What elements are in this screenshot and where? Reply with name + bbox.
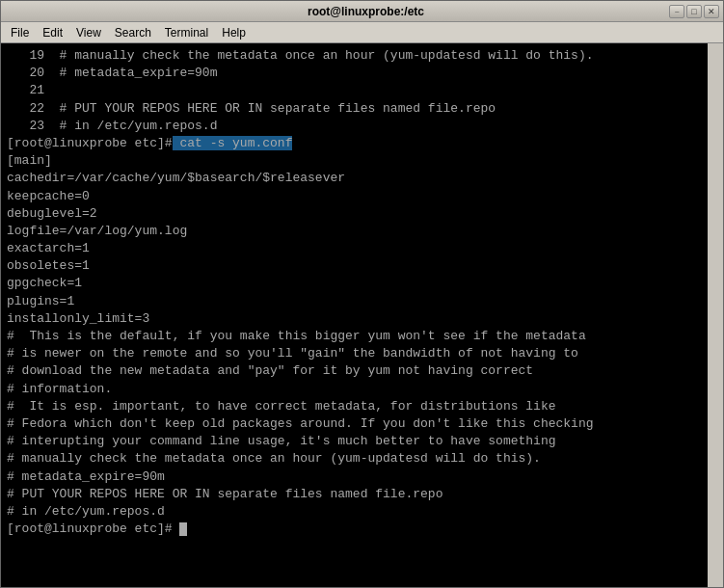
prompt-line-1: [root@linuxprobe etc]# cat -s yum.conf bbox=[7, 135, 702, 152]
config-debuglevel: debuglevel=2 bbox=[7, 205, 702, 223]
comment-information: # information. bbox=[7, 381, 702, 398]
terminal-output[interactable]: 19 # manually check the metadata once an… bbox=[1, 43, 708, 587]
menu-view[interactable]: View bbox=[70, 24, 107, 41]
config-exactarch: exactarch=1 bbox=[7, 240, 702, 257]
config-gpgcheck: gpgcheck=1 bbox=[7, 275, 702, 292]
titlebar: root@linuxprobe:/etc − □ ✕ bbox=[1, 1, 723, 22]
config-keepcache: keepcache=0 bbox=[7, 188, 702, 205]
close-button[interactable]: ✕ bbox=[704, 5, 719, 18]
comment-download: # download the new metadata and "pay" fo… bbox=[7, 362, 702, 380]
terminal-area: 19 # manually check the metadata once an… bbox=[1, 43, 723, 587]
config-installonly: installonly_limit=3 bbox=[7, 310, 702, 328]
comment-newer: # is newer on the remote and so you'll "… bbox=[7, 345, 702, 362]
comment-fedora: # Fedora which don't keep old packages a… bbox=[7, 415, 702, 433]
prompt-line-2: [root@linuxprobe etc]# bbox=[7, 521, 702, 538]
line-20: 20 # metadata_expire=90m bbox=[7, 65, 702, 82]
terminal-window: root@linuxprobe:/etc − □ ✕ File Edit Vie… bbox=[0, 0, 724, 588]
window-title: root@linuxprobe:/etc bbox=[63, 5, 669, 18]
comment-repos: # PUT YOUR REPOS HERE OR IN separate fil… bbox=[7, 486, 702, 503]
menu-file[interactable]: File bbox=[5, 24, 35, 41]
comment-interupting: # interupting your command line usage, i… bbox=[7, 433, 702, 450]
config-cachedir: cachedir=/var/cache/yum/$basearch/$relea… bbox=[7, 170, 702, 187]
menu-edit[interactable]: Edit bbox=[37, 24, 68, 41]
menu-terminal[interactable]: Terminal bbox=[159, 24, 214, 41]
comment-in-path: # in /etc/yum.repos.d bbox=[7, 503, 702, 521]
minimize-button[interactable]: − bbox=[669, 5, 684, 18]
line-19: 19 # manually check the metadata once an… bbox=[7, 47, 702, 65]
config-plugins: plugins=1 bbox=[7, 293, 702, 310]
scrollbar[interactable] bbox=[708, 43, 723, 587]
line-22: 22 # PUT YOUR REPOS HERE OR IN separate … bbox=[7, 100, 702, 118]
config-obsoletes: obsoletes=1 bbox=[7, 257, 702, 275]
menu-bar: File Edit View Search Terminal Help bbox=[1, 22, 723, 43]
config-logfile: logfile=/var/log/yum.log bbox=[7, 223, 702, 240]
line-23: 23 # in /etc/yum.repos.d bbox=[7, 118, 702, 135]
comment-important: # It is esp. important, to have correct … bbox=[7, 398, 702, 415]
window-controls: − □ ✕ bbox=[669, 5, 719, 18]
line-21: 21 bbox=[7, 82, 702, 99]
menu-help[interactable]: Help bbox=[216, 24, 252, 41]
maximize-button[interactable]: □ bbox=[686, 5, 702, 18]
menu-search[interactable]: Search bbox=[109, 24, 157, 41]
comment-default: # This is the default, if you make this … bbox=[7, 328, 702, 345]
section-main: [main] bbox=[7, 152, 702, 170]
comment-manually: # manually check the metadata once an ho… bbox=[7, 450, 702, 468]
comment-metadata-expire: # metadata_expire=90m bbox=[7, 468, 702, 486]
